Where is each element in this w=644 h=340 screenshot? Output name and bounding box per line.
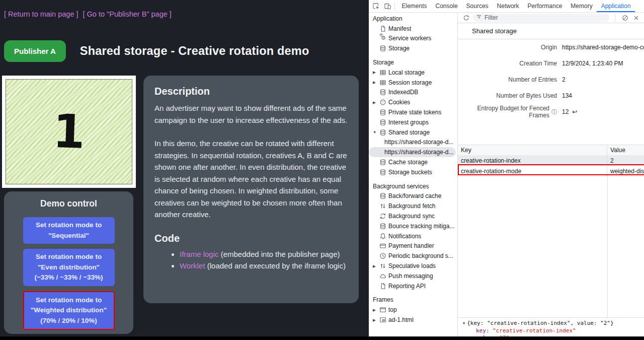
db-icon (379, 192, 388, 199)
chevron-right-icon[interactable]: ▶ (373, 308, 379, 312)
tree-item-storage-buckets[interactable]: Storage buckets (369, 167, 457, 177)
inspect-element-icon[interactable] (372, 2, 380, 11)
demo-control-title: Demo control (12, 198, 125, 209)
chevron-right-icon[interactable]: ▶ (373, 70, 379, 75)
code-link-iframe-logic[interactable]: Iframe logic (180, 250, 219, 258)
column-divider (607, 175, 608, 317)
chevron-right-icon[interactable]: ▶ (373, 318, 379, 322)
tree-item-manifest[interactable]: Manifest (369, 24, 457, 34)
metadata-value: 2 (557, 76, 566, 83)
column-header-value[interactable]: Value (607, 145, 644, 155)
tree-item-reporting-api[interactable]: Reporting API (369, 281, 457, 291)
button-line: Set rotation mode to (28, 295, 110, 306)
tree-item-label: Back/forward cache (388, 192, 441, 199)
tree-item-label: Private state tokens (388, 109, 441, 116)
info-icon[interactable]: ⓘ (551, 108, 557, 116)
tree-item-periodic-background-s[interactable]: Periodic background s... (369, 251, 457, 261)
tree-item-cache-storage[interactable]: Cache storage (369, 157, 457, 167)
table-row-creative-rotation-mode[interactable]: creative-rotation-modeweighted-dist (458, 166, 644, 177)
publisher-b-link[interactable]: [ Go to "Publisher B" page ] (83, 10, 172, 18)
rotation-mode-button-3[interactable]: Set rotation mode to"Weighted distributi… (23, 291, 115, 330)
grid-icon (379, 79, 388, 86)
disclosure-triangle-icon[interactable]: ▼ (463, 321, 465, 325)
button-line: "Sequential" (27, 231, 111, 241)
chevron-right-icon[interactable]: ▶ (373, 264, 379, 268)
tree-item-https-shared-storage-d[interactable]: https://shared-storage-d... (369, 138, 457, 148)
metadata-row-entropy-budget-for-fenced-frames: Entropy Budget for Fenced Framesⓘ12↩ (458, 104, 644, 120)
code-link-worklet[interactable]: Worklet (180, 261, 205, 270)
metadata-row-number-of-bytes-used: Number of Bytes Used134 (458, 88, 644, 104)
tree-item-background-sync[interactable]: Background sync (369, 211, 457, 221)
tree-item-local-storage[interactable]: ▶Local storage (369, 67, 457, 78)
divider (615, 14, 615, 22)
reset-icon[interactable]: ↩ (572, 108, 577, 115)
tree-item-storage[interactable]: Storage (369, 43, 457, 53)
storage-metadata: Originhttps://shared-storage-demo-coCrea… (458, 39, 644, 120)
tree-item-indexeddb[interactable]: IndexedDB (369, 88, 457, 98)
tree-item-interest-groups[interactable]: Interest groups (369, 117, 457, 127)
tab-elements[interactable]: Elements (397, 0, 431, 12)
cloud-icon (379, 273, 388, 280)
divider (394, 3, 395, 10)
tree-section-frames: Frames (369, 295, 457, 305)
shared-storage-title: Shared storage (458, 23, 644, 39)
tree-item-label: Push messaging (388, 273, 433, 280)
rotation-mode-button-2[interactable]: Set rotation mode to"Even distribution"(… (23, 249, 115, 286)
tree-item-label: IndexedDB (388, 89, 418, 96)
tree-item-notifications[interactable]: Notifications (369, 231, 457, 241)
tree-item-back-forward-cache[interactable]: Back/forward cache (369, 191, 457, 201)
tab-performance[interactable]: Performance (523, 0, 567, 12)
tab-memory[interactable]: Memory (567, 0, 597, 12)
filter-funnel-icon (476, 14, 482, 21)
tree-item-background-fetch[interactable]: Background fetch (369, 201, 457, 211)
tree-item-label: Cache storage (388, 159, 428, 166)
column-header-key[interactable]: Key (458, 145, 607, 155)
tab-console[interactable]: Console (431, 0, 462, 12)
tab-application[interactable]: Application (597, 0, 635, 12)
tree-item-session-storage[interactable]: ▶Session storage (369, 78, 457, 88)
creative-number: 1 (52, 108, 86, 155)
tree-item-label: Service workers (388, 35, 431, 42)
page-title: Shared storage - Creative rotation demo (80, 44, 309, 58)
devtools-sidebar: ApplicationManifest⚙⚙Service workersStor… (369, 13, 458, 336)
tree-item-label: Background sync (388, 213, 435, 220)
tree-item-speculative-loads[interactable]: ▶Speculative loads (369, 261, 457, 271)
tab-network[interactable]: Network (493, 0, 523, 12)
return-to-main-link[interactable]: [ Return to main page ] (4, 10, 78, 18)
preview-summary: {key: "creative-rotation-index", value: … (467, 320, 613, 326)
tree-item-label: top (388, 306, 397, 313)
tree-item-payment-handler[interactable]: Payment handler (369, 241, 457, 251)
updown-icon (379, 262, 388, 269)
tab-sources[interactable]: Sources (462, 0, 493, 12)
chevron-right-icon[interactable]: ▶ (373, 80, 379, 85)
metadata-label: Creation Time (458, 60, 557, 67)
close-icon[interactable] (632, 14, 640, 22)
tree-item-ad-1-html[interactable]: ▶ad-1.html (369, 315, 457, 325)
tree-item-label: https://shared-storage-d... (373, 149, 453, 156)
filter-box (473, 14, 609, 22)
block-icon[interactable] (621, 14, 629, 22)
device-toolbar-icon[interactable] (383, 2, 392, 11)
table-row-creative-rotation-index[interactable]: creative-rotation-index2 (458, 156, 644, 166)
filter-input[interactable] (485, 14, 606, 21)
refresh-icon[interactable] (462, 14, 470, 22)
description-paragraph: In this demo, the creative can be rotate… (154, 138, 348, 221)
metadata-value: https://shared-storage-demo-co (557, 44, 644, 51)
code-item-text: (loaded and executed by the iframe logic… (205, 261, 346, 270)
tree-item-https-shared-storage-d[interactable]: https://shared-storage-d... (369, 147, 456, 157)
chevron-down-icon[interactable]: ▼ (373, 130, 379, 134)
tree-item-top[interactable]: ▶top (369, 305, 457, 315)
tree-item-label: Reporting API (388, 283, 426, 290)
rotation-mode-button-1[interactable]: Set rotation mode to"Sequential" (23, 217, 115, 244)
tree-item-shared-storage[interactable]: ▼Shared storage (369, 127, 457, 138)
devtools-tabbar: ElementsConsoleSourcesNetworkPerformance… (369, 0, 644, 13)
tree-section-application: Application (369, 14, 457, 24)
tree-item-bounce-tracking-mitiga[interactable]: Bounce tracking mitiga... (369, 221, 457, 231)
chevron-right-icon[interactable]: ▶ (373, 100, 379, 105)
doc-icon (379, 25, 388, 32)
tree-item-push-messaging[interactable]: Push messaging (369, 271, 457, 281)
code-list: Iframe logic (embedded into the publishe… (154, 248, 348, 272)
tree-item-private-state-tokens[interactable]: Private state tokens (369, 107, 457, 117)
tree-item-service-workers[interactable]: ⚙⚙Service workers (369, 34, 457, 44)
tree-item-cookies[interactable]: ▶Cookies (369, 97, 457, 107)
